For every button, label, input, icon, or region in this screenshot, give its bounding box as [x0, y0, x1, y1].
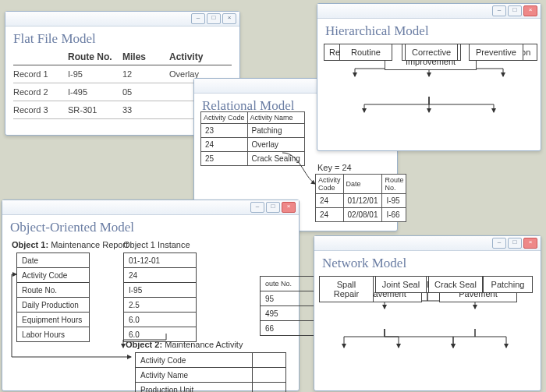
titlebar: – □ ×	[317, 4, 541, 19]
tree-node: Patching	[483, 276, 533, 293]
maximize-icon[interactable]: □	[266, 202, 280, 213]
minimize-icon[interactable]: –	[250, 202, 264, 213]
tree-node: Routine	[339, 44, 392, 61]
oo-fields-table: DateActivity CodeRoute No. Daily Product…	[16, 253, 90, 342]
hierarchical-panel: – □ × Hierarchical Model Pavement Improv…	[317, 3, 541, 151]
oo-panel: – □ × Object-Oriented Model Object 1: Ma…	[2, 200, 300, 391]
key-label: Key = 24	[317, 163, 352, 172]
close-icon[interactable]: ×	[523, 238, 537, 249]
titlebar: – □ ×	[2, 200, 299, 215]
tree-node: Preventive	[469, 44, 523, 61]
close-icon[interactable]: ×	[282, 202, 296, 213]
maximize-icon[interactable]: □	[508, 5, 522, 16]
object-1-label: Object 1:	[12, 240, 48, 249]
close-icon[interactable]: ×	[523, 5, 537, 16]
network-panel: – □ × Network Model Preventive Maintenan…	[314, 235, 541, 391]
titlebar: – □ ×	[5, 12, 239, 26]
tree-node: Spall Repair	[319, 276, 374, 302]
object-2-label: Object 2:	[126, 340, 162, 349]
table-header: Route No. Miles Activity	[13, 51, 232, 65]
close-icon[interactable]: ×	[222, 13, 236, 24]
oo-fields2-table: Activity Code Activity Name Production U…	[135, 352, 286, 392]
panel-title: Network Model	[322, 256, 533, 271]
tree-node: Crack Seal	[428, 276, 483, 293]
maximize-icon[interactable]: □	[207, 13, 221, 24]
tree-node: Corrective	[405, 44, 458, 61]
relational-table-2: Activity CodeDateRoute No. 2401/12/01I-9…	[315, 174, 406, 222]
relational-table-1: Activity CodeActivity Name 23Patching 24…	[200, 111, 305, 166]
minimize-icon[interactable]: –	[492, 238, 506, 249]
tree-node: Joint Seal	[375, 276, 427, 293]
panel-title: Flat File Model	[13, 31, 232, 47]
titlebar: – □ ×	[314, 236, 541, 251]
instance-label: Object 1 Instance	[123, 240, 190, 249]
panel-title: Hierarchical Model	[325, 23, 533, 39]
panel-title: Object-Oriented Model	[10, 220, 291, 235]
oo-values-table: 01-12-0124I-95 2.56.06.0	[123, 253, 197, 342]
minimize-icon[interactable]: –	[492, 5, 506, 16]
minimize-icon[interactable]: –	[191, 13, 205, 24]
maximize-icon[interactable]: □	[508, 238, 522, 249]
